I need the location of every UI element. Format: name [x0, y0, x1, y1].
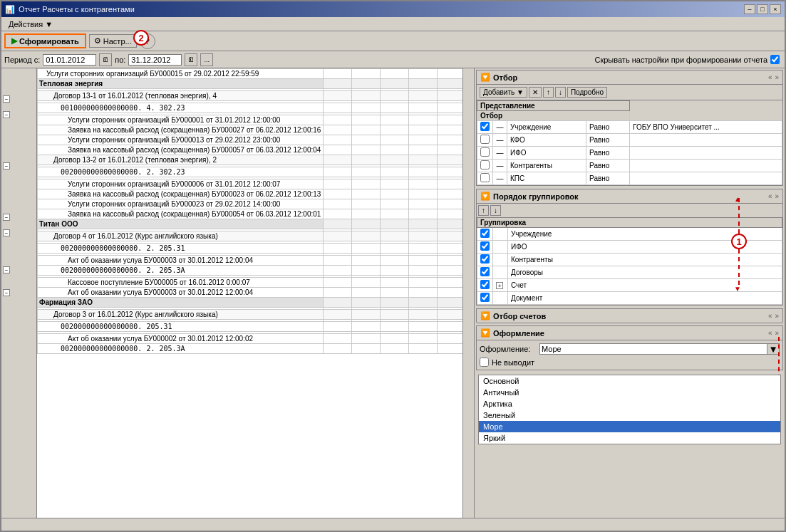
report-num-cell [352, 266, 381, 276]
report-scrollbar-v[interactable] [462, 68, 474, 518]
filter-accounts-collapse-right[interactable]: » [775, 312, 779, 320]
formatting-collapse-right[interactable]: » [775, 329, 779, 337]
option-zeleny[interactable]: Зеленый [479, 410, 780, 421]
close-button[interactable]: × [770, 4, 781, 14]
option-yarkiy[interactable]: Яркий [479, 432, 780, 444]
settings-button[interactable]: ⚙ Настр... [89, 34, 137, 48]
filter-accounts-title: 🔽 Отбор счетов [480, 311, 546, 320]
tree-collapse-3[interactable]: − [3, 162, 10, 169]
filter-condition-cell: Равно [586, 134, 630, 147]
report-num-cell [438, 344, 462, 354]
report-cell: Акт об оказании услуа БУ000003 от 30.01.… [38, 256, 324, 266]
grouping-collapse-left[interactable]: « [768, 192, 772, 200]
report-num-cell [381, 189, 409, 199]
report-num-cell [381, 322, 409, 332]
group-row-checkbox[interactable] [480, 280, 490, 289]
filter-condition-cell: Равно [586, 147, 630, 160]
report-cell: 001000000000000000. 4. 302.23 [38, 103, 324, 113]
filter-delete-button[interactable]: ✕ [529, 87, 542, 98]
report-num-cell [438, 199, 462, 209]
group-expand-button[interactable]: + [496, 282, 503, 289]
tree-collapse-4[interactable]: − [3, 214, 10, 221]
dashed-arrow-up [738, 198, 740, 234]
option-osnovnoy[interactable]: Основной [479, 375, 780, 387]
report-num-cell [352, 278, 381, 288]
report-cell: Тепловая энергия [38, 79, 324, 89]
formatting-section: 🔽 Оформление « » Оформление: ▼ [476, 325, 783, 370]
tree-collapse-2[interactable]: − [3, 111, 10, 118]
filter-header-controls[interactable]: « » [768, 73, 779, 81]
report-num-cell [324, 334, 352, 344]
filter-detail-button[interactable]: Подробно [567, 87, 607, 98]
tree-collapse-1[interactable]: − [3, 95, 10, 103]
filter-row-checkbox[interactable] [480, 147, 490, 157]
group-check-cell [477, 241, 493, 254]
filter-section: 🔽 Отбор « » Добавить ▼ ✕ ↑ ↓ Подробно [476, 70, 783, 186]
report-num-cell [352, 288, 381, 298]
filter-toolbar: Добавить ▼ ✕ ↑ ↓ Подробно [477, 85, 782, 100]
filter-accounts-collapse-left[interactable]: « [768, 312, 772, 320]
formatting-header-controls[interactable]: « » [768, 329, 779, 337]
grouping-collapse-right[interactable]: » [775, 192, 779, 200]
report-num-cell [352, 298, 381, 308]
filter-row-checkbox[interactable] [480, 173, 490, 182]
report-num-cell [381, 256, 409, 266]
filter-row-checkbox[interactable] [480, 135, 490, 144]
filter-collapse-left[interactable]: « [768, 73, 772, 81]
group-col-header: Группировка [477, 218, 782, 228]
form-button[interactable]: ▶ Сформировать [4, 33, 86, 48]
grouping-header-controls[interactable]: « » [768, 192, 779, 200]
report-num-cell [381, 103, 409, 113]
group-row-checkbox[interactable] [480, 293, 490, 302]
report-num-cell [352, 167, 381, 177]
option-arktika[interactable]: Арктика [479, 398, 780, 410]
filter-icon-cell: — [493, 172, 507, 185]
filter-collapse-right[interactable]: » [775, 73, 779, 81]
maximize-button[interactable]: □ [757, 4, 768, 14]
option-antichny[interactable]: Античный [479, 387, 780, 398]
report-num-cell [438, 91, 462, 101]
period-extra-button[interactable]: ... [200, 53, 213, 66]
calendar-from-button[interactable]: 🗓 [99, 53, 112, 66]
period-to-input[interactable] [128, 54, 182, 66]
group-row-checkbox[interactable] [480, 254, 490, 264]
report-num-cell [438, 167, 462, 177]
option-more[interactable]: Море [479, 421, 780, 432]
report-num-cell [438, 145, 462, 155]
menu-bar: Действия ▼ [1, 17, 785, 31]
tree-collapse-6[interactable]: − [3, 266, 10, 273]
filter-row-checkbox[interactable] [480, 122, 490, 131]
tree-collapse-5[interactable]: − [3, 229, 10, 236]
filter-down-button[interactable]: ↓ [555, 87, 566, 98]
group-row-checkbox[interactable] [480, 267, 490, 276]
filter-up-button[interactable]: ↑ [543, 87, 554, 98]
group-row-checkbox[interactable] [480, 229, 490, 238]
group-check-cell [477, 279, 493, 292]
report-num-cell [352, 125, 381, 135]
report-num-cell [381, 179, 409, 189]
grouping-up-button[interactable]: ↑ [478, 205, 489, 216]
period-from-input[interactable] [43, 54, 96, 66]
report-num-cell [409, 115, 438, 125]
filter-add-button[interactable]: Добавить ▼ [480, 87, 527, 98]
report-cell: Договор 13-2 от 16.01.2012 (тепловая эне… [38, 155, 324, 165]
report-num-cell [409, 219, 438, 229]
tree-collapse-7[interactable]: − [3, 289, 10, 296]
design-input[interactable] [539, 343, 780, 355]
filter-row-checkbox[interactable] [480, 160, 490, 169]
no-output-checkbox[interactable] [480, 358, 489, 367]
menu-actions[interactable]: Действия ▼ [4, 19, 57, 29]
group-row-checkbox[interactable] [480, 241, 490, 251]
formatting-collapse-left[interactable]: « [768, 329, 772, 337]
report-scroll[interactable]: Услуги сторонних организаций БУ000015 от… [37, 68, 462, 518]
hide-settings-checkbox[interactable] [770, 55, 780, 64]
formatting-title: 🔽 Оформление [480, 328, 544, 338]
grouping-down-button[interactable]: ↓ [490, 205, 501, 216]
report-num-cell [324, 167, 352, 177]
minimize-button[interactable]: – [744, 4, 755, 14]
calendar-to-button[interactable]: 🗓 [185, 53, 197, 66]
report-num-cell [352, 219, 381, 229]
no-output-label: Не выводит [492, 358, 534, 367]
filter-accounts-controls[interactable]: « » [768, 312, 779, 320]
report-num-cell [409, 266, 438, 276]
